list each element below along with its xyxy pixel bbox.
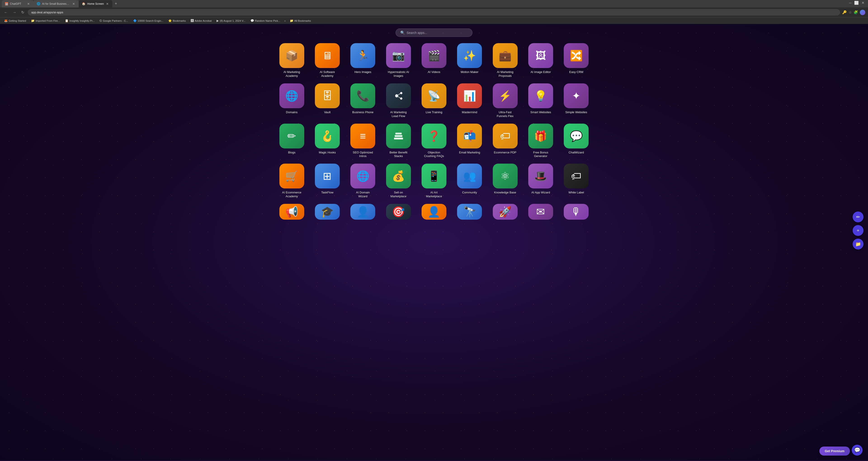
app-ai-software-academy[interactable]: 🖥 AI SoftwareAcademy — [311, 43, 343, 78]
bookmark-icon-5: ⭐ — [168, 19, 172, 22]
app-label-better-benefit-stacks: Better BenefitStacks — [390, 151, 407, 158]
new-tab-button[interactable]: + — [112, 0, 119, 7]
app-taskflow[interactable]: ⊞ TaskFlow — [311, 164, 343, 198]
app-white-label[interactable]: 🏷 White Label — [560, 164, 592, 198]
app-label-email-marketing: Email Marketing — [459, 151, 480, 155]
app-ecommerce-pdp[interactable]: 🏷 Ecommerce PDP — [489, 124, 521, 158]
app-ultra-fast-funnels-flex[interactable]: ⚡ Ultra-FastFunnels Flex — [489, 83, 521, 118]
tab-home-close[interactable]: ✕ — [105, 2, 109, 6]
app-live-training[interactable]: 📡 Live Training — [418, 83, 450, 118]
right-sidebar: ✏ + 📁 — [852, 212, 864, 249]
close-button[interactable]: ✕ — [862, 1, 864, 5]
app-r5-1[interactable]: 📢 — [276, 204, 308, 220]
minimize-button[interactable]: ─ — [849, 1, 851, 5]
app-mastermind[interactable]: 📊 Mastermind — [454, 83, 486, 118]
app-ai-app-wizard[interactable]: 🎩 AI App Wizard — [525, 164, 557, 198]
restore-button[interactable]: ⬜ — [854, 1, 859, 5]
app-r5-5[interactable]: 👤 — [418, 204, 450, 220]
forward-button[interactable]: → — [11, 9, 18, 16]
app-r5-6[interactable]: 🔭 — [454, 204, 486, 220]
bookmark-insightly[interactable]: 📋 Insightly Insightly Pr... — [63, 19, 96, 23]
tab-ai-small-biz-close[interactable]: ✕ — [72, 2, 75, 6]
app-community[interactable]: 👥 Community — [454, 164, 486, 198]
extension-icon[interactable]: 🧩 — [854, 10, 858, 14]
app-smart-websites[interactable]: 💡 Smart Websites — [525, 83, 557, 118]
bookmark-adobe[interactable]: 🅰 Adobe Acrobat — [189, 19, 213, 23]
bookmark-bookmarks[interactable]: ⭐ Bookmarks — [166, 19, 188, 23]
search-container: 🔍 — [13, 28, 855, 37]
app-label-ai-marketing-academy: AI MarketingAcademy — [283, 70, 300, 78]
app-r5-9[interactable]: 🎙 — [560, 204, 592, 220]
app-seo-optimized-intros[interactable]: ≡ SEO OptimizedIntros — [347, 124, 379, 158]
bookmark-getting-started[interactable]: 🦊 Getting Started — [2, 19, 28, 23]
bookmark-star-icon[interactable]: ☆ — [848, 10, 852, 14]
app-ai-image-editor[interactable]: 🖼 AI Image Editor — [525, 43, 557, 78]
bookmark-icon-9: 📁 — [290, 19, 293, 22]
app-r5-2[interactable]: 🎓 — [311, 204, 343, 220]
app-icon-r5-3: 👤 — [350, 204, 375, 220]
app-ai-marketing-lead-flow[interactable]: AI MarketingLead Flow — [382, 83, 414, 118]
password-icon: 🔑 — [842, 10, 847, 14]
app-ai-ecommerce-academy[interactable]: 🛒 AI EcommerceAcademy — [276, 164, 308, 198]
bookmark-icon-4: 🔷 — [133, 19, 137, 22]
app-ai-marketing-academy[interactable]: 📦 AI MarketingAcademy — [276, 43, 308, 78]
app-simple-websites[interactable]: ✦ Simple Websites — [560, 83, 592, 118]
bookmark-random-name[interactable]: 💬 Random Name Pick... — [249, 19, 282, 23]
app-r5-3[interactable]: 👤 — [347, 204, 379, 220]
app-r5-8[interactable]: ✉ — [525, 204, 557, 220]
tab-ai-small-biz[interactable]: 🌐 AI for Small Business - Web Se... ✕ — [33, 0, 79, 7]
bookmark-youtube[interactable]: ▶ (8) August 1, 2024 V... — [215, 19, 247, 23]
app-better-benefit-stacks[interactable]: Better BenefitStacks — [382, 124, 414, 158]
app-chatwizard[interactable]: 💬 ChatWizard — [560, 124, 592, 158]
app-vault[interactable]: 🗄 Vault — [311, 83, 343, 118]
app-ai-art-marketplace[interactable]: 📱 AI ArtMarketplace — [418, 164, 450, 198]
profile-icon[interactable] — [860, 10, 865, 15]
bookmark-google-partners[interactable]: G Google Partners - C... — [98, 19, 130, 23]
reload-button[interactable]: ↻ — [20, 9, 26, 16]
app-motion-maker[interactable]: ✨ Motion Maker — [454, 43, 486, 78]
app-free-bonus-generator[interactable]: 🎁 Free BonusGenerator — [525, 124, 557, 158]
app-magic-hooks[interactable]: 🪝 Magic Hooks — [311, 124, 343, 158]
app-grid: 📦 AI MarketingAcademy 🖥 AI SoftwareAcade… — [276, 43, 592, 220]
get-premium-button[interactable]: Get Premium — [819, 447, 850, 456]
app-label-ai-videos: AI Videos — [428, 70, 440, 74]
bookmark-all[interactable]: 📁 All Bookmarks — [288, 19, 313, 23]
app-ai-videos[interactable]: 🎬 AI Videos — [418, 43, 450, 78]
folder-sidebar-button[interactable]: 📁 — [852, 239, 864, 249]
app-label-motion-maker: Motion Maker — [461, 70, 478, 74]
tab-chatgpt-close[interactable]: ✕ — [27, 2, 30, 6]
bookmark-10000[interactable]: 🔷 10000 Search Engin... — [131, 19, 165, 23]
tab-home[interactable]: 🏠 Home Screen ✕ — [79, 0, 112, 7]
back-button[interactable]: ← — [3, 9, 9, 16]
app-blogs[interactable]: ✏ Blogs — [276, 124, 308, 158]
app-icon-ultra-fast-funnels-flex: ⚡ — [493, 83, 518, 108]
app-icon-hero-images: 🏃 — [350, 43, 375, 68]
app-business-phone[interactable]: 📞 Business Phone — [347, 83, 379, 118]
app-sell-on-marketplace[interactable]: 💰 Sell onMarketplace — [382, 164, 414, 198]
address-input[interactable] — [28, 9, 840, 16]
app-hero-images[interactable]: 🏃 Hero Images — [347, 43, 379, 78]
chat-button[interactable]: 💬 — [852, 445, 863, 456]
bookmark-label-9: All Bookmarks — [294, 20, 311, 22]
app-domains[interactable]: 🌐 Domains — [276, 83, 308, 118]
app-objection-crushing-faqs[interactable]: ❓ ObjectionCrushing FAQs — [418, 124, 450, 158]
app-ai-domain-wizard[interactable]: 🌐 AI DomainWizard — [347, 164, 379, 198]
app-hyperrealistic-ai-images[interactable]: 📷 Hyperrealistic AIImages — [382, 43, 414, 78]
app-easy-crm[interactable]: 🔀 Easy CRM — [560, 43, 592, 78]
app-ai-marketing-proposals[interactable]: 💼 AI MarketingProposals — [489, 43, 521, 78]
bookmark-imported[interactable]: 📁 Imported From Fire... — [29, 19, 62, 23]
app-icon-chatwizard: 💬 — [564, 124, 589, 149]
tab-chatgpt[interactable]: 🤖 ChatGPT ✕ — [2, 0, 33, 7]
bookmark-label-0: Getting Started — [8, 20, 26, 22]
app-r5-4[interactable]: 🎯 — [382, 204, 414, 220]
app-email-marketing[interactable]: 📬 Email Marketing — [454, 124, 486, 158]
app-r5-7[interactable]: 🚀 — [489, 204, 521, 220]
app-icon-motion-maker: ✨ — [457, 43, 482, 68]
add-sidebar-button[interactable]: + — [852, 225, 864, 236]
app-knowledge-base[interactable]: ⚛ Knowledge Base — [489, 164, 521, 198]
app-icon-live-training: 📡 — [422, 83, 446, 108]
search-input[interactable] — [407, 31, 468, 35]
app-label-easy-crm: Easy CRM — [569, 70, 583, 74]
edit-sidebar-button[interactable]: ✏ — [852, 212, 864, 222]
main-content: 🔍 📦 AI MarketingAcademy 🖥 AI SoftwareAca… — [0, 24, 868, 460]
